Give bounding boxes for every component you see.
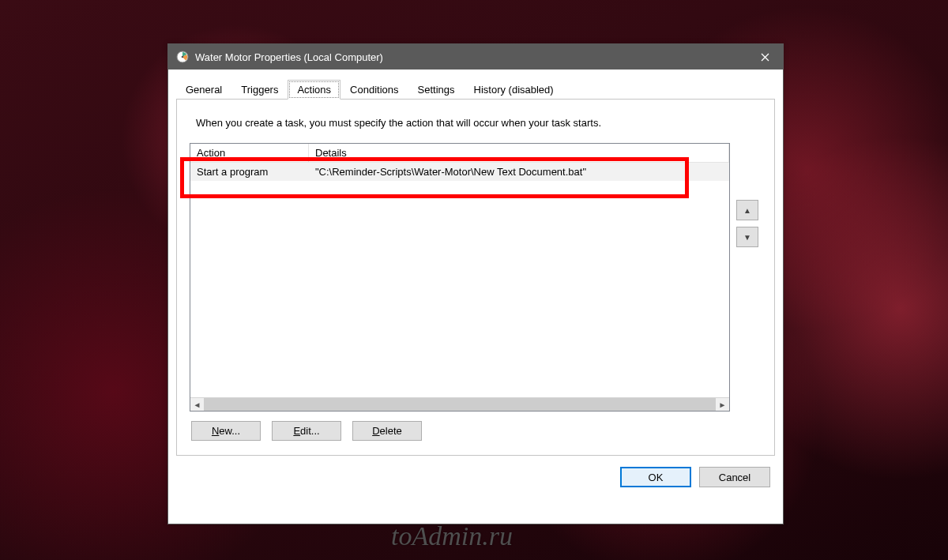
triangle-down-icon: ▼ — [743, 233, 751, 242]
edit-button[interactable]: Edit... — [272, 421, 341, 441]
scroll-right-icon[interactable]: ► — [716, 398, 729, 411]
scroll-left-icon[interactable]: ◄ — [190, 398, 204, 411]
app-icon — [176, 51, 189, 63]
delete-button[interactable]: Delete — [352, 421, 422, 441]
cancel-button[interactable]: Cancel — [699, 467, 770, 487]
close-button[interactable] — [747, 44, 783, 70]
watermark: toAdmin.ru — [391, 521, 513, 551]
horizontal-scrollbar[interactable]: ◄ ► — [190, 397, 729, 411]
column-action[interactable]: Action — [190, 144, 309, 162]
window-title: Water Motor Properties (Local Computer) — [195, 51, 747, 63]
triangle-up-icon: ▲ — [743, 206, 751, 215]
actions-listview[interactable]: Action Details Start a program "C:\Remin… — [190, 143, 730, 412]
listview-header: Action Details — [190, 144, 729, 163]
tab-triggers[interactable]: Triggers — [231, 80, 288, 100]
listview-body[interactable]: Start a program "C:\Reminder-Scripts\Wat… — [190, 163, 729, 397]
instruction-text: When you create a task, you must specify… — [196, 117, 758, 129]
row-details: "C:\Reminder-Scripts\Water-Motor\New Tex… — [309, 165, 729, 179]
column-details[interactable]: Details — [309, 144, 729, 162]
scroll-thumb[interactable] — [204, 398, 716, 411]
tab-history[interactable]: History (disabled) — [465, 80, 563, 100]
dialog-footer: OK Cancel — [168, 456, 783, 502]
ok-button[interactable]: OK — [620, 467, 691, 487]
tab-conditions[interactable]: Conditions — [340, 80, 408, 100]
tabs-area: General Triggers Actions Conditions Sett… — [168, 70, 783, 456]
tab-actions[interactable]: Actions — [288, 80, 340, 100]
reorder-buttons: ▲ ▼ — [736, 143, 762, 412]
tab-general[interactable]: General — [176, 80, 231, 100]
move-down-button[interactable]: ▼ — [736, 227, 758, 247]
tab-settings[interactable]: Settings — [408, 80, 465, 100]
action-button-row: New... Edit... Delete — [190, 421, 762, 444]
tabstrip: General Triggers Actions Conditions Sett… — [176, 79, 775, 100]
svg-point-1 — [182, 56, 184, 58]
row-action: Start a program — [190, 165, 309, 179]
move-up-button[interactable]: ▲ — [736, 200, 758, 220]
task-properties-dialog: Water Motor Properties (Local Computer) … — [167, 43, 784, 524]
list-row[interactable]: Start a program "C:\Reminder-Scripts\Wat… — [190, 163, 729, 181]
new-button[interactable]: New... — [191, 421, 261, 441]
titlebar[interactable]: Water Motor Properties (Local Computer) — [168, 44, 783, 70]
tab-content-actions: When you create a task, you must specify… — [176, 100, 775, 456]
